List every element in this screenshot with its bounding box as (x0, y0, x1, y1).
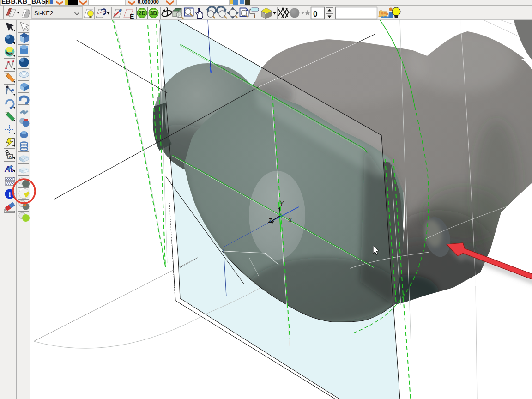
svg-text:3D: 3D (150, 10, 157, 17)
svg-text:Y: Y (280, 200, 284, 207)
svg-text:E: E (130, 13, 134, 20)
svg-text:St-KE2: St-KE2 (34, 10, 53, 17)
svg-text:Z: Z (268, 218, 272, 224)
svg-text:X: X (288, 217, 292, 224)
svg-text:EBB.KB_BASP: EBB.KB_BASP (1, 0, 50, 5)
svg-text:A: A (9, 155, 12, 159)
svg-text:0.000000: 0.000000 (138, 0, 159, 5)
svg-text:2D: 2D (139, 10, 146, 17)
svg-text:0: 0 (313, 10, 317, 18)
svg-text:i: i (9, 191, 11, 198)
